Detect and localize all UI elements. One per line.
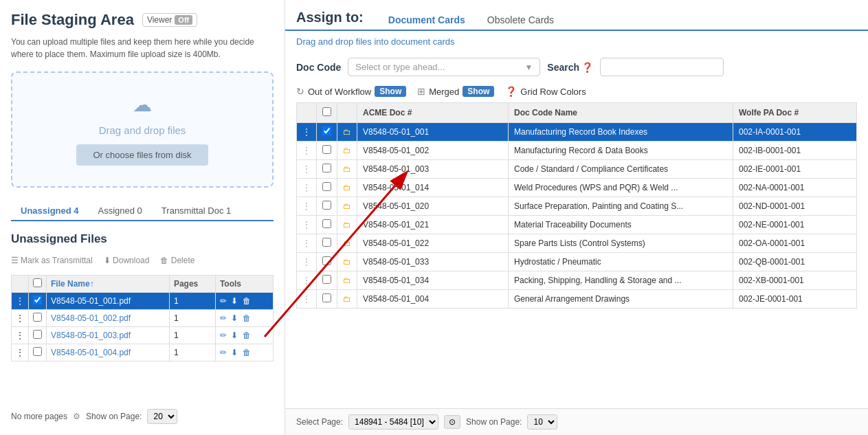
row-checkbox-cell[interactable] (317, 216, 337, 234)
download-icon[interactable]: ⬇ (231, 296, 238, 306)
drag-handle[interactable]: ⋮ (297, 123, 317, 142)
folder-icon-cell[interactable]: 🗀 (337, 142, 357, 160)
viewer-toggle[interactable]: Off (175, 15, 192, 25)
download-icon[interactable]: ⬇ (231, 313, 238, 323)
row-checkbox-cell[interactable] (29, 344, 47, 361)
data-table-row[interactable]: ⋮ 🗀 V8548-05-01_001 Manufacturing Record… (297, 123, 857, 142)
data-table-row[interactable]: ⋮ 🗀 V8548-05-01_034 Packing, Shipping, H… (297, 271, 857, 290)
data-table-row[interactable]: ⋮ 🗀 V8548-05-01_004 General Arrangement … (297, 290, 857, 309)
file-table-row[interactable]: ⋮ V8548-05-01_003.pdf 1 ✏ ⬇ 🗑 (12, 327, 274, 344)
row-checkbox[interactable] (322, 219, 331, 228)
row-checkbox-cell[interactable] (317, 160, 337, 179)
row-checkbox[interactable] (322, 238, 331, 247)
data-table-row[interactable]: ⋮ 🗀 V8548-05-01_021 Material Traceabilit… (297, 216, 857, 234)
file-name-link[interactable]: V8548-05-01_002.pdf (51, 313, 131, 323)
data-table-row[interactable]: ⋮ 🗀 V8548-05-01_020 Surface Preparation,… (297, 197, 857, 216)
file-name-link[interactable]: V8548-05-01_004.pdf (51, 348, 131, 357)
select-all-checkbox[interactable] (33, 278, 42, 287)
drag-handle[interactable]: ⋮ (297, 197, 317, 216)
folder-icon-cell[interactable]: 🗀 (337, 290, 357, 309)
row-checkbox[interactable] (33, 330, 42, 339)
row-checkbox[interactable] (322, 182, 331, 191)
row-checkbox[interactable] (322, 275, 331, 284)
delete-icon[interactable]: 🗑 (243, 331, 251, 340)
data-table-row[interactable]: ⋮ 🗀 V8548-05-01_022 Spare Parts Lists (C… (297, 234, 857, 253)
data-table-row[interactable]: ⋮ 🗀 V8548-05-01_014 Weld Procedures (WPS… (297, 179, 857, 197)
data-table-row[interactable]: ⋮ 🗀 V8548-05-01_002 Manufacturing Record… (297, 142, 857, 160)
row-checkbox[interactable] (322, 293, 331, 302)
row-checkbox[interactable] (322, 164, 331, 172)
edit-icon[interactable]: ✏ (220, 296, 227, 306)
download-icon[interactable]: ⬇ (231, 331, 238, 340)
doccode-select[interactable]: Select or type ahead... ▼ (348, 58, 540, 76)
row-checkbox-cell[interactable] (317, 197, 337, 216)
tab-unassigned[interactable]: Unassigned 4 (11, 201, 89, 221)
folder-icon-cell[interactable]: 🗀 (337, 197, 357, 216)
mark-transmittal-button[interactable]: ☰Mark as Transmittal (11, 256, 93, 265)
row-checkbox-cell[interactable] (29, 327, 47, 344)
file-name-link[interactable]: V8548-05-01_003.pdf (51, 331, 131, 340)
drag-handle[interactable]: ⋮ (12, 327, 29, 344)
drag-handle[interactable]: ⋮ (297, 160, 317, 179)
row-checkbox-cell[interactable] (29, 310, 47, 327)
row-checkbox-cell[interactable] (317, 142, 337, 160)
delete-icon[interactable]: 🗑 (243, 313, 251, 323)
tab-obsolete-cards[interactable]: Obsolete Cards (476, 10, 565, 31)
col-filename-header[interactable]: File Name↑ (47, 276, 170, 293)
row-checkbox[interactable] (322, 145, 331, 154)
row-checkbox[interactable] (322, 201, 331, 210)
row-checkbox-cell[interactable] (29, 293, 47, 310)
folder-icon-cell[interactable]: 🗀 (337, 216, 357, 234)
gear-icon[interactable]: ⚙ (73, 412, 80, 421)
delete-button[interactable]: 🗑 Delete (160, 256, 194, 265)
row-checkbox-cell[interactable] (317, 290, 337, 309)
out-of-workflow-show-button[interactable]: Show (375, 86, 406, 97)
select-page-select[interactable]: 148941 - 5484 [10] (348, 414, 438, 430)
edit-icon[interactable]: ✏ (220, 313, 227, 323)
file-name-link[interactable]: V8548-05-01_001.pdf (51, 296, 131, 306)
edit-icon[interactable]: ✏ (220, 348, 227, 357)
row-checkbox-cell[interactable] (317, 271, 337, 290)
page-nav-button[interactable]: ⊙ (444, 415, 460, 429)
file-table-row[interactable]: ⋮ V8548-05-01_002.pdf 1 ✏ ⬇ 🗑 (12, 310, 274, 327)
folder-icon-cell[interactable]: 🗀 (337, 253, 357, 271)
row-checkbox[interactable] (322, 256, 331, 265)
col-wolfe-header[interactable]: Wolfe PA Doc # (733, 103, 857, 123)
tab-assigned[interactable]: Assigned 0 (89, 201, 152, 221)
drag-handle[interactable]: ⋮ (12, 310, 29, 327)
choose-files-button[interactable]: Or choose files from disk (76, 144, 208, 166)
drag-handle[interactable]: ⋮ (297, 253, 317, 271)
search-help-icon[interactable]: ❓ (581, 62, 593, 73)
row-checkbox[interactable] (322, 126, 331, 135)
drag-handle[interactable]: ⋮ (297, 234, 317, 253)
show-on-page-select[interactable]: 20 10 50 (147, 409, 177, 424)
row-checkbox[interactable] (33, 347, 42, 356)
drop-zone[interactable]: ☁ Drag and drop files Or choose files fr… (11, 71, 274, 188)
folder-icon-cell[interactable]: 🗀 (337, 160, 357, 179)
tab-transmittal[interactable]: Transmittal Doc 1 (152, 201, 241, 221)
show-on-page-select[interactable]: 10 20 50 (527, 414, 557, 430)
data-table-row[interactable]: ⋮ 🗀 V8548-05-01_003 Code / Standard / Co… (297, 160, 857, 179)
col-acme-header[interactable]: ACME Doc # (357, 103, 509, 123)
row-checkbox[interactable] (33, 313, 42, 322)
download-icon[interactable]: ⬇ (231, 348, 238, 357)
drag-handle[interactable]: ⋮ (297, 142, 317, 160)
data-select-all-checkbox[interactable] (322, 107, 331, 116)
row-checkbox-cell[interactable] (317, 253, 337, 271)
merged-show-button[interactable]: Show (463, 86, 494, 97)
drag-handle[interactable]: ⋮ (297, 216, 317, 234)
folder-icon-cell[interactable]: 🗀 (337, 271, 357, 290)
folder-icon-cell[interactable]: 🗀 (337, 179, 357, 197)
tab-document-cards[interactable]: Document Cards (377, 10, 476, 31)
file-table-row[interactable]: ⋮ V8548-05-01_001.pdf 1 ✏ ⬇ 🗑 (12, 293, 274, 310)
col-docname-header[interactable]: Doc Code Name (509, 103, 733, 123)
row-checkbox-cell[interactable] (317, 179, 337, 197)
data-table-row[interactable]: ⋮ 🗀 V8548-05-01_033 Hydrostatic / Pneuma… (297, 253, 857, 271)
delete-icon[interactable]: 🗑 (243, 296, 251, 306)
download-button[interactable]: ⬇ Download (104, 256, 150, 265)
folder-icon-cell[interactable]: 🗀 (337, 123, 357, 142)
row-checkbox-cell[interactable] (317, 123, 337, 142)
drag-handle[interactable]: ⋮ (297, 271, 317, 290)
file-table-row[interactable]: ⋮ V8548-05-01_004.pdf 1 ✏ ⬇ 🗑 (12, 344, 274, 361)
delete-icon[interactable]: 🗑 (243, 348, 251, 357)
